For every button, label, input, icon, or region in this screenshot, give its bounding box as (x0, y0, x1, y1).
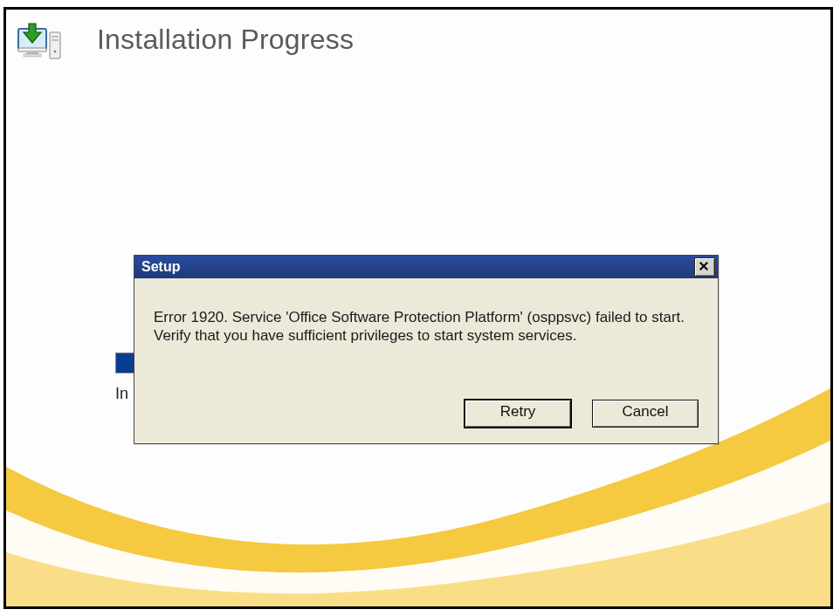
page-title: Installation Progress (97, 24, 354, 56)
error-message: Error 1920. Service 'Office Software Pro… (154, 308, 699, 346)
dialog-body: Error 1920. Service 'Office Software Pro… (134, 278, 718, 354)
svg-rect-2 (26, 51, 38, 54)
installer-window: Installation Progress In Setup Error 192… (3, 7, 833, 609)
install-icon (17, 22, 62, 65)
retry-button[interactable]: Retry (465, 400, 571, 428)
header: Installation Progress (17, 18, 354, 65)
cancel-button[interactable]: Cancel (592, 400, 699, 428)
svg-rect-6 (52, 39, 59, 41)
dialog-button-row: Retry Cancel (465, 400, 699, 428)
svg-rect-3 (24, 54, 41, 57)
dialog-titlebar: Setup (134, 256, 718, 278)
error-dialog: Setup Error 1920. Service 'Office Softwa… (134, 255, 719, 444)
svg-rect-1 (18, 48, 46, 51)
svg-point-7 (54, 51, 57, 53)
svg-rect-5 (52, 36, 59, 38)
dialog-title: Setup (141, 259, 180, 275)
close-button[interactable] (694, 257, 715, 277)
status-text-fragment: In (115, 385, 128, 403)
